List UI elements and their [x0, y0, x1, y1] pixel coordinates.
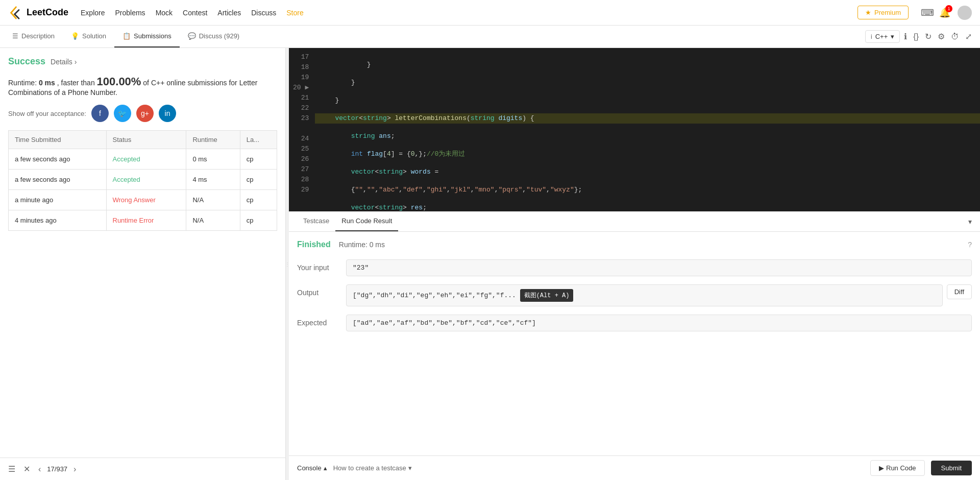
submission-status[interactable]: Wrong Answer	[106, 190, 186, 210]
details-link[interactable]: Details ›	[51, 58, 77, 66]
submit-button[interactable]: Submit	[931, 461, 972, 475]
submission-lang: cp	[240, 170, 277, 190]
runtime-pct: 100.00%	[97, 75, 141, 88]
submission-status[interactable]: Runtime Error	[106, 210, 186, 231]
expected-row: Expected ["ad","ae","af","bd","be","bf",…	[297, 315, 972, 331]
prev-page-icon[interactable]: ‹	[36, 463, 43, 476]
help-icon[interactable]: ?	[968, 241, 972, 249]
premium-button[interactable]: ★ Premium	[857, 6, 909, 19]
submission-time: a minute ago	[9, 190, 107, 210]
table-row[interactable]: a minute agoWrong AnswerN/Acp	[9, 190, 277, 210]
col-time: Time Submitted	[9, 131, 107, 149]
discuss-icon: 💬	[188, 32, 196, 40]
settings-icon[interactable]: ⚙	[938, 32, 945, 41]
nav-discuss[interactable]: Discuss	[251, 9, 276, 17]
nav-problems[interactable]: Problems	[115, 9, 145, 17]
testcase-chevron-icon: ▾	[408, 464, 412, 472]
logo-icon	[8, 6, 22, 20]
runtime-faster: , faster than	[57, 79, 95, 87]
output-value: ["dg","dh","di","eg","eh","ei","fg","f..…	[346, 284, 943, 306]
tab-run-result[interactable]: Run Code Result	[335, 211, 398, 231]
testcase-hint[interactable]: How to create a testcase ▾	[333, 464, 412, 472]
expected-value: ["ad","ae","af","bd","be","bf","cd","ce"…	[346, 315, 972, 331]
run-code-button[interactable]: ▶ Run Code	[870, 460, 924, 476]
submission-runtime: 4 ms	[186, 170, 240, 190]
submissions-table: Time Submitted Status Runtime La... a fe…	[8, 130, 277, 231]
bottom-bar-left: ☰ ✕ ‹ 17/937 ›	[0, 458, 285, 480]
avatar[interactable]	[958, 6, 972, 20]
nav-links: Explore Problems Mock Contest Articles D…	[81, 9, 304, 17]
table-row[interactable]: 4 minutes agoRuntime ErrorN/Acp	[9, 210, 277, 231]
line-numbers: 17 18 19 20 ▶ 21 22 23 24 25 26 27 28 29	[289, 48, 315, 211]
language-selector[interactable]: i C++ ▾	[865, 30, 900, 43]
screenshot-tooltip: 截图(Alt + A)	[520, 289, 574, 302]
facebook-share-button[interactable]: f	[91, 105, 109, 122]
fullscreen-icon[interactable]: ⤢	[965, 32, 972, 41]
tab-testcase[interactable]: Testcase	[297, 211, 335, 231]
col-runtime: Runtime	[186, 131, 240, 149]
table-header: Time Submitted Status Runtime La...	[9, 131, 277, 149]
collapse-button[interactable]: ▾	[968, 218, 972, 226]
table-row[interactable]: a few seconds agoAccepted0 mscp	[9, 149, 277, 170]
submission-time: a few seconds ago	[9, 149, 107, 170]
table-row[interactable]: a few seconds agoAccepted4 mscp	[9, 170, 277, 190]
chevron-down-icon: ▾	[891, 33, 894, 40]
top-nav: LeetCode Explore Problems Mock Contest A…	[0, 0, 980, 26]
result-tabs: Testcase Run Code Result ▾	[289, 211, 980, 232]
submission-lang: cp	[240, 210, 277, 231]
submission-runtime: 0 ms	[186, 149, 240, 170]
description-icon: ☰	[12, 32, 18, 40]
notification-badge: 1	[945, 5, 952, 12]
testcase-hint-label: How to create a testcase	[333, 464, 406, 472]
your-input-value: "23"	[346, 259, 972, 276]
logo[interactable]: LeetCode	[8, 6, 68, 20]
nav-icons: ⌨ 🔔 1	[921, 6, 972, 20]
googleplus-share-button[interactable]: g+	[136, 105, 154, 122]
page-number: 17/937	[47, 465, 67, 473]
success-label: Success	[8, 56, 45, 67]
submission-runtime: N/A	[186, 190, 240, 210]
menu-icon[interactable]: ☰	[6, 462, 17, 476]
lang-label: C++	[875, 33, 888, 40]
submission-status[interactable]: Accepted	[106, 149, 186, 170]
nav-mock[interactable]: Mock	[156, 9, 173, 17]
output-label: Output	[297, 284, 338, 297]
submission-status[interactable]: Accepted	[106, 170, 186, 190]
runtime-info: Runtime: 0 ms , faster than 100.00% of C…	[8, 75, 277, 97]
submission-lang: cp	[240, 190, 277, 210]
submission-lang: cp	[240, 149, 277, 170]
nav-store[interactable]: Store	[286, 9, 303, 17]
nav-articles[interactable]: Articles	[217, 9, 241, 17]
tab-submissions[interactable]: 📋 Submissions	[114, 26, 180, 47]
expected-label: Expected	[297, 315, 338, 327]
diff-button[interactable]: Diff	[947, 284, 972, 299]
submissions-icon: 📋	[122, 32, 131, 40]
next-page-icon[interactable]: ›	[71, 463, 78, 476]
linkedin-share-button[interactable]: in	[159, 105, 176, 122]
refresh-icon[interactable]: ↻	[925, 32, 932, 41]
left-panel: Success Details › Runtime: 0 ms , faster…	[0, 48, 286, 480]
format-icon[interactable]: {}	[913, 32, 919, 41]
timer-icon[interactable]: ⏱	[951, 32, 959, 41]
tab-solution[interactable]: 💡 Solution	[63, 26, 114, 47]
submissions-body: a few seconds agoAccepted0 mscpa few sec…	[9, 149, 277, 231]
share-label: Show off your acceptance:	[8, 110, 86, 117]
solution-icon: 💡	[71, 32, 79, 40]
main-layout: Success Details › Runtime: 0 ms , faster…	[0, 48, 980, 480]
notification-icon[interactable]: 🔔 1	[939, 7, 950, 18]
terminal-icon[interactable]: ⌨	[921, 7, 932, 18]
close-icon[interactable]: ✕	[21, 462, 32, 476]
code-editor[interactable]: 17 18 19 20 ▶ 21 22 23 24 25 26 27 28 29	[289, 48, 980, 211]
tab-description[interactable]: ☰ Description	[4, 26, 63, 47]
console-button[interactable]: Console ▴	[297, 464, 327, 472]
info-icon[interactable]: ℹ	[904, 32, 907, 41]
tab-discuss[interactable]: 💬 Discuss (929)	[180, 26, 248, 47]
finished-label: Finished	[297, 240, 331, 249]
twitter-share-button[interactable]: 🐦	[114, 105, 131, 122]
code-content: } } } vector<string> letterCombinations(…	[315, 48, 980, 211]
star-icon: ★	[865, 9, 871, 16]
runtime-value: 0 ms	[39, 79, 55, 87]
logo-text: LeetCode	[27, 7, 68, 18]
nav-contest[interactable]: Contest	[183, 9, 207, 17]
nav-explore[interactable]: Explore	[81, 9, 105, 17]
